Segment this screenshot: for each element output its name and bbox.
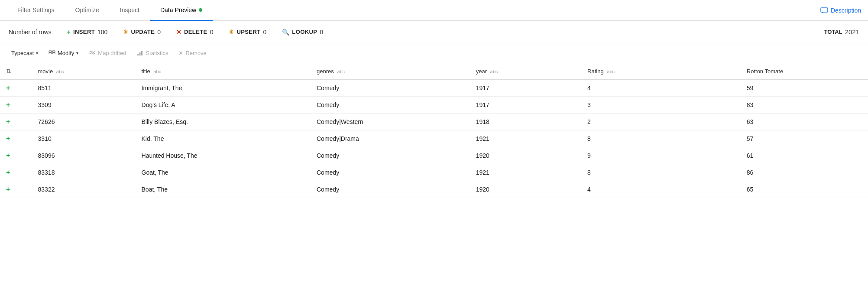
- table-row: + 83318 Goat, The Comedy 1921 8 86: [0, 164, 868, 181]
- delete-stat: ✕ DELETE 0: [176, 29, 213, 36]
- tab-inspect[interactable]: Inspect: [110, 0, 150, 21]
- row-insert-icon: +: [6, 152, 10, 159]
- insert-icon: +: [67, 29, 71, 36]
- cell-title: Dog's Life, A: [136, 97, 311, 114]
- update-value: 0: [157, 29, 161, 36]
- row-icon-cell: +: [0, 79, 32, 97]
- col-header-rotten-tomatoes[interactable]: Rotton Tomate: [741, 63, 868, 79]
- top-nav: Filter Settings Optimize Inspect Data Pr…: [0, 0, 868, 21]
- cell-year: 1920: [470, 147, 581, 164]
- tab-optimize[interactable]: Optimize: [65, 0, 110, 21]
- cell-rating: 3: [581, 97, 741, 114]
- cell-movie: 83322: [32, 181, 136, 198]
- remove-button[interactable]: ✕ Remove: [174, 48, 211, 59]
- col-header-title[interactable]: title abc: [136, 63, 311, 79]
- cell-rotten: 59: [741, 79, 868, 97]
- total-value: 2021: [845, 28, 859, 36]
- table-row: + 72626 Billy Blazes, Esq. Comedy|Wester…: [0, 114, 868, 130]
- map-drifted-label: Map drifted: [98, 50, 126, 56]
- chat-icon: [820, 7, 828, 13]
- tab-inspect-label: Inspect: [120, 7, 139, 13]
- col-header-rating[interactable]: Rating abc: [581, 63, 741, 79]
- total-label: TOTAL: [824, 29, 842, 35]
- svg-rect-1: [49, 51, 52, 52]
- insert-label: INSERT: [73, 29, 95, 35]
- cell-genres: Comedy: [311, 164, 470, 181]
- upsert-icon: ✳: [229, 29, 234, 36]
- cell-rotten: 61: [741, 147, 868, 164]
- delete-label: DELETE: [184, 29, 207, 35]
- cell-rotten: 57: [741, 130, 868, 147]
- cell-rating: 8: [581, 164, 741, 181]
- description-label: Description: [831, 7, 861, 14]
- update-icon: ✳: [123, 29, 128, 36]
- tab-filter-settings[interactable]: Filter Settings: [7, 0, 65, 21]
- cell-year: 1917: [470, 79, 581, 97]
- svg-rect-2: [49, 52, 52, 54]
- table-row: + 8511 Immigrant, The Comedy 1917 4 59: [0, 79, 868, 97]
- number-of-rows-label: Number of rows: [9, 29, 52, 36]
- cell-rotten: 83: [741, 97, 868, 114]
- row-insert-icon: +: [6, 169, 10, 176]
- delete-value: 0: [210, 29, 214, 36]
- cell-genres: Comedy: [311, 147, 470, 164]
- col-header-genres[interactable]: genres abc: [311, 63, 470, 79]
- cell-movie: 3310: [32, 130, 136, 147]
- insert-value: 100: [97, 29, 107, 36]
- statistics-button[interactable]: Statistics: [132, 48, 172, 59]
- row-icon-cell: +: [0, 164, 32, 181]
- cell-title: Boat, The: [136, 181, 311, 198]
- upsert-stat: ✳ UPSERT 0: [229, 29, 266, 36]
- cell-year: 1918: [470, 114, 581, 130]
- col-header-indicator[interactable]: ⇅: [0, 63, 32, 79]
- cell-rating: 2: [581, 114, 741, 130]
- cell-genres: Comedy: [311, 181, 470, 198]
- update-label: UPDATE: [131, 29, 155, 35]
- cell-genres: Comedy: [311, 97, 470, 114]
- cell-rotten: 65: [741, 181, 868, 198]
- tab-data-preview-label: Data Preview: [160, 7, 196, 13]
- cell-rating: 4: [581, 181, 741, 198]
- lookup-icon: 🔍: [282, 29, 289, 36]
- stats-bar: Number of rows + INSERT 100 ✳ UPDATE 0 ✕…: [0, 21, 868, 43]
- delete-icon: ✕: [176, 29, 181, 36]
- cell-rating: 4: [581, 79, 741, 97]
- cell-rotten: 86: [741, 164, 868, 181]
- table-row: + 3310 Kid, The Comedy|Drama 1921 8 57: [0, 130, 868, 147]
- row-icon-cell: +: [0, 114, 32, 130]
- map-drifted-button[interactable]: Map drifted: [84, 48, 130, 59]
- modify-caret-icon: ▾: [76, 51, 78, 55]
- cell-movie: 83096: [32, 147, 136, 164]
- toolbar: Typecast ▾ Modify ▾ Map drifted Statisti…: [0, 43, 868, 63]
- tab-filter-settings-label: Filter Settings: [17, 7, 55, 13]
- cell-year: 1921: [470, 164, 581, 181]
- cell-genres: Comedy: [311, 79, 470, 97]
- svg-rect-4: [52, 52, 55, 54]
- typecast-button[interactable]: Typecast ▾: [7, 48, 42, 59]
- modify-label: Modify: [58, 50, 74, 56]
- table-body: + 8511 Immigrant, The Comedy 1917 4 59 +…: [0, 79, 868, 198]
- row-icon-cell: +: [0, 181, 32, 198]
- tab-optimize-label: Optimize: [75, 7, 99, 13]
- data-table: ⇅ movie abc title abc genres abc year ab…: [0, 63, 868, 198]
- col-header-year[interactable]: year abc: [470, 63, 581, 79]
- cell-movie: 72626: [32, 114, 136, 130]
- cell-rating: 8: [581, 130, 741, 147]
- row-icon-cell: +: [0, 97, 32, 114]
- svg-rect-5: [137, 54, 139, 55]
- cell-title: Kid, The: [136, 130, 311, 147]
- remove-label: Remove: [185, 50, 206, 56]
- table-header-row: ⇅ movie abc title abc genres abc year ab…: [0, 63, 868, 79]
- cell-title: Billy Blazes, Esq.: [136, 114, 311, 130]
- tab-data-preview[interactable]: Data Preview: [150, 0, 213, 21]
- cell-title: Goat, The: [136, 164, 311, 181]
- upsert-value: 0: [263, 29, 267, 36]
- modify-button[interactable]: Modify ▾: [44, 48, 83, 59]
- col-header-movie[interactable]: movie abc: [32, 63, 136, 79]
- row-insert-icon: +: [6, 101, 10, 108]
- svg-rect-3: [52, 51, 55, 52]
- cell-year: 1921: [470, 130, 581, 147]
- cell-genres: Comedy|Drama: [311, 130, 470, 147]
- description-button[interactable]: Description: [820, 7, 861, 14]
- row-insert-icon: +: [6, 84, 10, 91]
